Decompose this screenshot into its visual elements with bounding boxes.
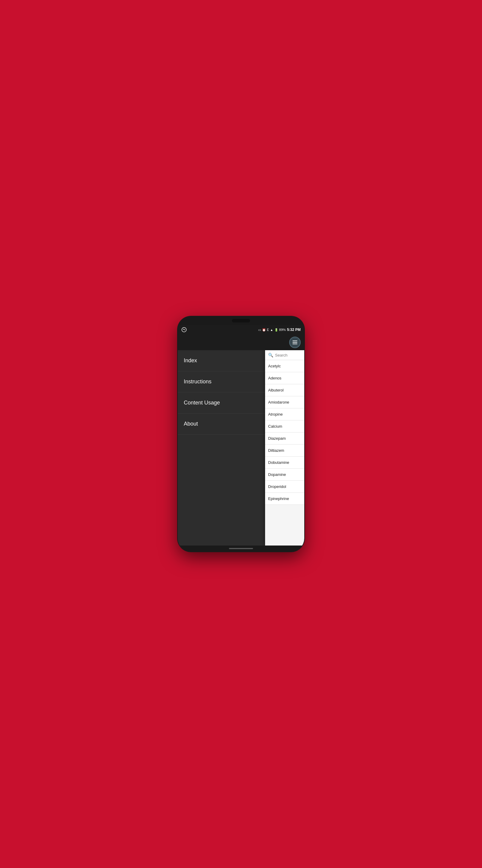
drug-list: Acetylc Adenos Albuterol Amiodarone Atro… [265,360,304,546]
status-left-area [181,327,187,333]
cast-icon: ▭ [258,328,261,332]
hamburger-line-3 [292,344,297,344]
main-content: Index › Instructions › Content Usage › A… [178,350,304,546]
search-icon: 🔍 [268,352,273,358]
drug-item-diazepam[interactable]: Diazepam [265,433,304,444]
drug-item-albuterol[interactable]: Albuterol [265,384,304,396]
menu-item-content-usage-label: Content Usage [184,400,220,406]
phone-notch [178,316,304,325]
drug-item-epinephrine[interactable]: Epinephrine [265,493,304,505]
menu-item-instructions-label: Instructions [184,378,212,385]
signal-e-icon: E [267,328,269,332]
signal-bars-icon: ▲ [270,328,273,332]
phone-device: ▭ ⏰ E ▲ 🔋 89% 5:32 PM Index [178,316,304,552]
drug-item-amiodarone[interactable]: Amiodarone [265,396,304,408]
hamburger-line-1 [292,341,297,341]
hamburger-line-2 [292,342,297,343]
status-right-area: ▭ ⏰ E ▲ 🔋 89% 5:32 PM [258,328,301,332]
drug-item-diltiazem[interactable]: Diltiazem [265,444,304,457]
menu-item-about-label: About [184,421,198,427]
home-bar [229,548,253,549]
app-bar [178,335,304,350]
drug-item-calcium[interactable]: Calcium [265,421,304,433]
battery-percent: 89% [279,328,286,332]
status-bar: ▭ ⏰ E ▲ 🔋 89% 5:32 PM [178,325,304,335]
drug-item-acetylc[interactable]: Acetylc [265,360,304,372]
drug-item-atropine[interactable]: Atropine [265,408,304,421]
status-time: 5:32 PM [287,328,301,332]
side-panel: 🔍 Acetylc Adenos Albuterol Amiodarone At… [265,350,304,546]
search-bar[interactable]: 🔍 [265,350,304,360]
drug-item-dobutamine[interactable]: Dobutamine [265,457,304,469]
drug-item-droperidol[interactable]: Droperidol [265,481,304,493]
app-icon [181,327,187,333]
drug-item-dopamine[interactable]: Dopamine [265,469,304,481]
drug-item-adenos[interactable]: Adenos [265,372,304,384]
menu-item-index-label: Index [184,358,197,364]
hamburger-icon [292,341,297,344]
battery-icon: 🔋 [275,328,278,332]
search-input[interactable] [275,353,304,358]
phone-bottom [178,546,304,552]
svg-point-0 [182,328,187,332]
hamburger-menu-button[interactable] [289,337,301,348]
alarm-icon: ⏰ [262,328,266,332]
